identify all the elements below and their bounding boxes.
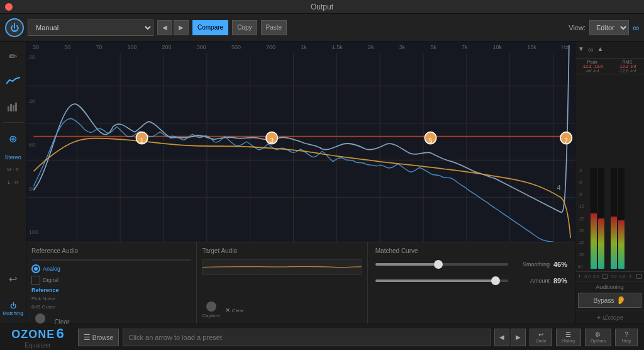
rms-header: RMS xyxy=(623,60,633,64)
left-meter-l xyxy=(591,168,597,269)
matched-curve-panel: Matched Curve Smoothing 46% xyxy=(368,242,575,324)
link-icon[interactable]: ∞ xyxy=(633,23,639,33)
forward-button[interactable]: ▶ xyxy=(174,20,189,35)
ozone-version: 6 xyxy=(56,325,64,342)
options-button[interactable]: ⚙ Options xyxy=(585,329,611,346)
target-audio-title: Target Audio xyxy=(202,247,362,254)
footer-forward-btn[interactable]: ▶ xyxy=(511,329,526,346)
target-capture-btn[interactable]: Capture xyxy=(202,302,219,319)
options-label: Options xyxy=(591,339,606,343)
window-title: Output xyxy=(311,3,333,11)
ref-audio-wave xyxy=(31,259,191,261)
ms-label: M · S xyxy=(7,167,19,173)
analog-label: Analog xyxy=(43,266,60,272)
target-audio-panel: Target Audio Capture ✕ Clear xyxy=(197,242,367,324)
lr-label: L · R xyxy=(8,179,18,186)
svg-text:7: 7 xyxy=(564,137,568,144)
ref-sub-label: Reference xyxy=(31,287,191,293)
smoothing-label: Smoothing xyxy=(512,261,550,268)
footer-back-btn[interactable]: ◀ xyxy=(494,329,509,346)
meter-up-arrow[interactable]: ▲ xyxy=(596,44,604,55)
ozone-logo: OZONE xyxy=(11,328,55,341)
options-icon: ⚙ xyxy=(595,331,601,338)
ref-audio-title: Reference Audio xyxy=(31,247,191,254)
footer: OZONE 6 Equalizer ☰ Browse ◀ ▶ ↩ Undo ☰ … xyxy=(0,324,644,350)
db-scale: -3-6-9-15-20-30-40-50inf xyxy=(578,168,588,269)
amount-slider[interactable] xyxy=(375,279,508,282)
plus-minus-left[interactable]: + xyxy=(578,273,581,279)
eq-curve-icon[interactable] xyxy=(4,72,23,91)
left-meter-r xyxy=(598,168,604,269)
power-icon: ⏻ xyxy=(10,23,19,33)
browse-icon: ☰ xyxy=(84,333,91,342)
top-bar: ⏻ Manual ◀ ▶ Compare Copy Paste View: Ed… xyxy=(0,14,644,42)
svg-rect-2 xyxy=(13,105,14,111)
back-button[interactable]: ◀ xyxy=(157,20,172,35)
right-meter-l xyxy=(611,168,617,269)
ear-icon: 👂 xyxy=(616,296,626,305)
target-audio-wave xyxy=(202,259,362,275)
meter-link-icon[interactable]: ∞ xyxy=(587,44,595,55)
lock-icon[interactable] xyxy=(602,274,608,279)
undo-button[interactable]: ↩ Undo xyxy=(530,329,552,346)
power-button[interactable]: ⏻ xyxy=(5,18,24,37)
ref-digital-btn[interactable]: Digital xyxy=(31,276,58,285)
pen-tool-icon[interactable]: ✏ xyxy=(4,47,23,65)
meter-down-arrow[interactable]: ▼ xyxy=(577,44,586,55)
copy-button[interactable]: Copy xyxy=(232,20,257,35)
ref-capture-btn[interactable]: Capture xyxy=(31,313,49,324)
view-select[interactable]: Editor xyxy=(589,20,629,35)
bottom-panel: Reference Audio Analog xyxy=(26,242,575,324)
right-meter-group xyxy=(611,168,625,269)
svg-rect-1 xyxy=(10,104,12,111)
bottom-val-rl: 0.0 xyxy=(611,274,617,279)
left-meter-group xyxy=(591,168,604,269)
eq-svg: 1 3 5 7 4 xyxy=(26,42,575,242)
compare-button[interactable]: Compare xyxy=(192,20,228,35)
help-button[interactable]: ? Help xyxy=(615,329,638,346)
ref-analog-btn[interactable]: Analog xyxy=(31,264,60,273)
spectrum-icon[interactable] xyxy=(4,97,23,116)
auditioning-label: Auditioning xyxy=(578,284,641,290)
lock-icon-right[interactable] xyxy=(636,274,641,279)
ref-clear-btn[interactable]: Clear xyxy=(54,319,69,324)
right-peak-top: -12.6 xyxy=(593,64,603,69)
eq-canvas: 305070100200 3005007001k1.5k 2k3k5k7k10k… xyxy=(26,42,575,242)
svg-text:1: 1 xyxy=(140,137,144,144)
peak-header: Peak xyxy=(587,60,597,64)
left-sidebar: ✏ ⊕ Stereo M · S L · R ↩ xyxy=(0,42,26,324)
help-icon: ? xyxy=(625,331,628,338)
undo-icon: ↩ xyxy=(538,331,543,338)
amount-thumb[interactable] xyxy=(491,276,500,285)
ref-audio-panel: Reference Audio Analog xyxy=(26,242,197,324)
svg-text:4: 4 xyxy=(557,183,561,191)
amount-label: Amount xyxy=(512,278,550,284)
auditioning-section: Auditioning Bypass 👂 xyxy=(575,281,644,310)
smoothing-thumb[interactable] xyxy=(434,260,443,269)
view-label: View: xyxy=(569,24,586,31)
smoothing-slider[interactable] xyxy=(375,263,508,266)
history-label: History xyxy=(562,339,575,343)
stereo-label: Stereo xyxy=(4,154,21,161)
bottom-val-lr: 0.0 xyxy=(593,274,599,279)
browse-button[interactable]: ☰ Browse xyxy=(78,329,119,346)
bypass-btn[interactable]: Bypass 👂 xyxy=(578,293,641,308)
undo-icon[interactable]: ↩ xyxy=(4,269,23,288)
digital-label: Digital xyxy=(43,277,58,283)
paste-button[interactable]: Paste xyxy=(261,20,287,35)
undo-label: Undo xyxy=(536,339,547,343)
close-btn[interactable] xyxy=(5,3,13,11)
history-icon: ☰ xyxy=(565,331,571,338)
plus-minus-right[interactable]: + xyxy=(629,273,632,279)
ozone-logo-area: OZONE 6 Equalizer xyxy=(6,325,69,349)
preset-input[interactable] xyxy=(123,329,491,346)
izotope-logo-right: ✦ iZotope xyxy=(575,310,644,324)
preset-dropdown[interactable]: Manual xyxy=(28,20,153,36)
svg-rect-0 xyxy=(8,106,9,111)
target-clear-btn[interactable]: ✕ Clear xyxy=(225,307,244,313)
left-peak-top: -12.2 xyxy=(582,64,592,69)
svg-text:5: 5 xyxy=(429,137,433,144)
history-button[interactable]: ☰ History xyxy=(556,329,581,346)
matching-icon[interactable]: ⏻ Matching xyxy=(4,300,23,319)
stereo-mode-icon[interactable]: ⊕ xyxy=(4,129,23,148)
